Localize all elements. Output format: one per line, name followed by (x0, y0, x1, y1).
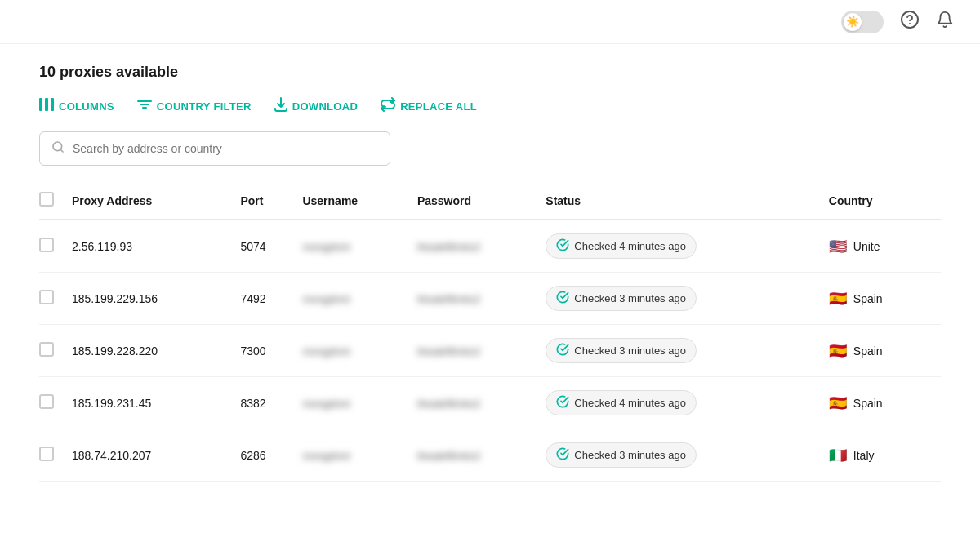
proxy-country: 🇪🇸 Spain (829, 325, 941, 377)
col-status: Status (546, 182, 828, 220)
proxy-address: 185.199.229.156 (72, 273, 240, 325)
proxy-status: Checked 4 minutes ago (546, 220, 828, 273)
proxy-username: mongdnnt (302, 220, 416, 273)
download-label: DOWNLOAD (292, 100, 358, 113)
sun-icon: ☀️ (846, 16, 859, 28)
proxy-password: thealef8mks2 (417, 220, 546, 273)
download-icon (274, 97, 287, 115)
status-text: Checked 3 minutes ago (574, 344, 686, 357)
proxy-password: thealef8mks2 (417, 377, 546, 429)
country-name: Unite (853, 240, 880, 253)
proxy-country: 🇪🇸 Spain (829, 377, 941, 429)
status-check-icon (556, 238, 569, 254)
help-icon[interactable] (900, 10, 920, 33)
proxy-password: thealef8mks2 (417, 429, 546, 482)
proxy-port: 5074 (240, 220, 302, 273)
replace-all-button[interactable]: REPLACE ALL (381, 97, 477, 115)
proxy-port: 8382 (240, 377, 302, 429)
columns-button[interactable]: COLUMNS (39, 98, 114, 114)
proxy-address: 2.56.119.93 (72, 220, 240, 273)
search-icon (51, 140, 65, 157)
top-bar: ☀️ (0, 0, 980, 44)
proxy-password: thealef8mks2 (417, 325, 546, 377)
proxy-address: 185.199.228.220 (72, 325, 240, 377)
proxy-address: 188.74.210.207 (72, 429, 240, 482)
status-check-icon (556, 395, 569, 411)
row-checkbox[interactable] (39, 238, 54, 252)
proxy-password: thealef8mks2 (417, 273, 546, 325)
status-check-icon (556, 447, 569, 463)
replace-icon (381, 97, 395, 115)
page-title: 10 proxies available (39, 64, 941, 81)
theme-toggle[interactable]: ☀️ (841, 11, 884, 33)
country-name: Italy (853, 449, 875, 462)
proxy-country: 🇺🇸 Unite (829, 220, 941, 273)
row-checkbox[interactable] (39, 290, 54, 304)
search-box (39, 131, 390, 166)
country-filter-button[interactable]: COUNTRY FILTER (137, 99, 252, 113)
country-flag: 🇺🇸 (829, 238, 847, 256)
columns-label: COLUMNS (59, 100, 114, 113)
status-text: Checked 3 minutes ago (574, 449, 686, 461)
proxy-port: 6286 (240, 429, 302, 482)
proxy-address: 185.199.231.45 (72, 377, 240, 429)
svg-line-9 (60, 149, 63, 152)
col-username: Username (302, 182, 416, 220)
proxy-country: 🇪🇸 Spain (829, 273, 941, 325)
status-text: Checked 4 minutes ago (574, 397, 686, 409)
proxy-username: mongdnnt (302, 273, 416, 325)
status-text: Checked 4 minutes ago (574, 240, 686, 252)
proxy-port: 7300 (240, 325, 302, 377)
svg-rect-4 (51, 98, 54, 111)
theme-toggle-knob: ☀️ (844, 13, 862, 31)
row-checkbox[interactable] (39, 394, 54, 409)
download-button[interactable]: DOWNLOAD (274, 97, 358, 115)
country-name: Spain (853, 344, 883, 358)
svg-rect-3 (45, 98, 48, 111)
search-input[interactable] (73, 142, 378, 155)
proxy-username: mongdnnt (302, 325, 416, 377)
col-port: Port (240, 182, 302, 220)
svg-rect-2 (39, 98, 42, 111)
table-row: 185.199.228.220 7300 mongdnnt thealef8mk… (39, 325, 941, 377)
proxy-table: Proxy Address Port Username Password Sta… (39, 182, 941, 482)
country-flag: 🇮🇹 (829, 447, 847, 464)
col-password: Password (417, 182, 546, 220)
country-flag: 🇪🇸 (829, 290, 847, 308)
toolbar: COLUMNS COUNTRY FILTER DOWNLOAD (39, 97, 941, 115)
country-flag: 🇪🇸 (829, 342, 847, 360)
proxy-status: Checked 4 minutes ago (546, 377, 828, 429)
country-name: Spain (853, 292, 883, 305)
row-checkbox[interactable] (39, 447, 54, 461)
proxy-username: mongdnnt (302, 429, 416, 482)
filter-icon (137, 99, 152, 113)
columns-icon (39, 98, 54, 114)
country-name: Spain (853, 397, 883, 410)
replace-all-label: REPLACE ALL (400, 100, 477, 113)
table-row: 188.74.210.207 6286 mongdnnt thealef8mks… (39, 429, 941, 482)
col-country: Country (829, 182, 941, 220)
table-row: 2.56.119.93 5074 mongdnnt thealef8mks2 C… (39, 220, 941, 273)
country-flag: 🇪🇸 (829, 394, 847, 412)
status-text: Checked 3 minutes ago (574, 292, 686, 304)
table-row: 185.199.229.156 7492 mongdnnt thealef8mk… (39, 273, 941, 325)
country-filter-label: COUNTRY FILTER (157, 100, 252, 113)
proxy-port: 7492 (240, 273, 302, 325)
status-check-icon (556, 291, 569, 306)
select-all-checkbox[interactable] (39, 192, 54, 207)
status-check-icon (556, 343, 569, 358)
col-proxy-address: Proxy Address (72, 182, 240, 220)
proxy-status: Checked 3 minutes ago (546, 273, 828, 325)
bell-icon[interactable] (936, 11, 954, 33)
proxy-country: 🇮🇹 Italy (829, 429, 941, 482)
proxy-status: Checked 3 minutes ago (546, 325, 828, 377)
table-row: 185.199.231.45 8382 mongdnnt thealef8mks… (39, 377, 941, 429)
proxy-status: Checked 3 minutes ago (546, 429, 828, 482)
proxy-username: mongdnnt (302, 377, 416, 429)
row-checkbox[interactable] (39, 342, 54, 357)
